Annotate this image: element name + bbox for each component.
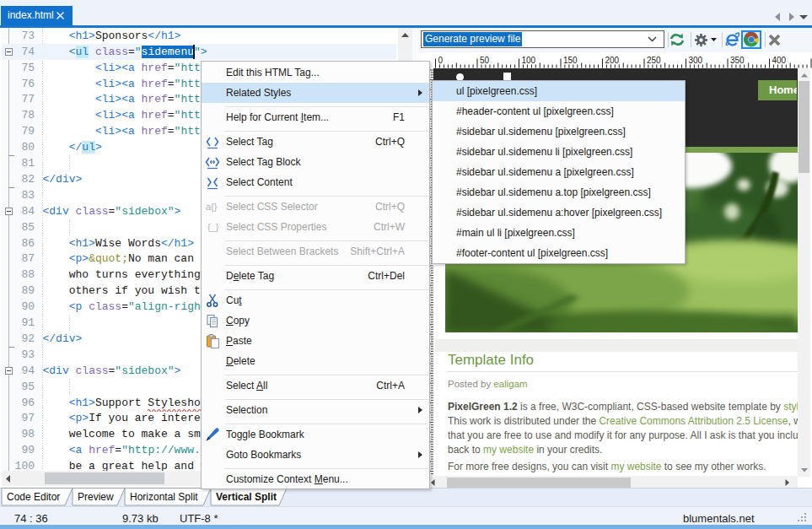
svg-text:a{}: a{} <box>206 202 218 212</box>
svg-text:{_}: {_} <box>207 222 219 232</box>
